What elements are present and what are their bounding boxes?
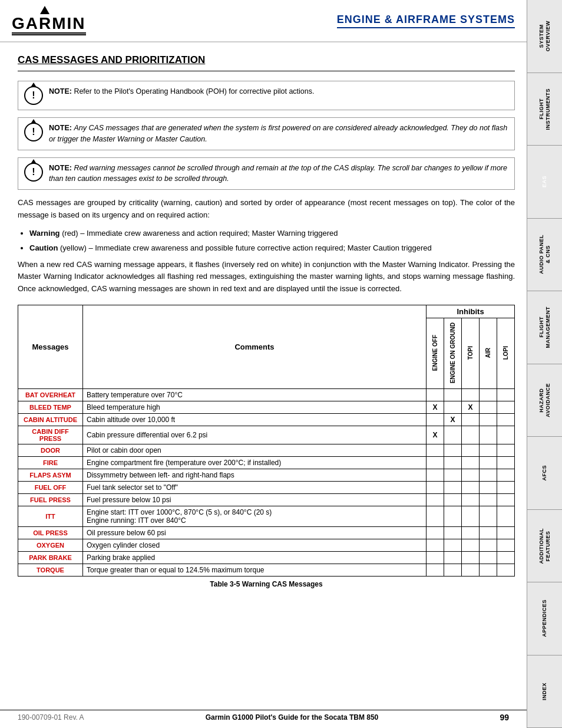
col-header-topi: TOPI: [462, 318, 480, 388]
note-box-3: ! NOTE: Red warning messages cannot be s…: [18, 157, 515, 190]
msg-fuel-press: FUEL PRESS: [18, 494, 83, 506]
col-header-engine-off: ENGINE OFF: [427, 318, 444, 388]
footer-doc-number: 190-00709-01 Rev. A: [18, 713, 84, 722]
bullet-warning-text: – Immediate crew awareness and action re…: [78, 229, 338, 238]
table-row: PARK BRAKE Parking brake applied: [18, 552, 515, 564]
footer-guide-title: Garmin G1000 Pilot's Guide for the Socat…: [206, 713, 379, 722]
msg-park-brake: PARK BRAKE: [18, 552, 83, 564]
bullet-item-warning: Warning (red) – Immediate crew awareness…: [29, 228, 515, 239]
note-content-1: Refer to the Pilot's Operating Handbook …: [74, 87, 314, 95]
msg-torque: TORQUE: [18, 564, 83, 577]
bullet-warning-paren: (red): [60, 229, 78, 238]
note-text-3: NOTE: Red warning messages cannot be scr…: [49, 163, 508, 185]
table-row: OIL PRESS Oil pressure below 60 psi: [18, 527, 515, 539]
bullet-caution-label: Caution: [29, 243, 58, 252]
note-text-1: NOTE: Refer to the Pilot's Operating Han…: [49, 86, 315, 97]
garmin-logo: GARMIN: [12, 6, 86, 35]
comment-oxygen: Oxygen cylinder closed: [83, 539, 427, 552]
msg-oxygen: OXYGEN: [18, 539, 83, 552]
tab-system-overview[interactable]: SYSTEM OVERVIEW: [527, 0, 562, 73]
bullet-caution-text: – Immediate crew awareness and possible …: [87, 243, 432, 252]
table-row: CABIN ALTITUDE Cabin altitude over 10,00…: [18, 414, 515, 426]
msg-cabin-altitude: CABIN ALTITUDE: [18, 414, 83, 426]
comment-fire: Engine compartment fire (temperature ove…: [83, 457, 427, 469]
comment-cabin-diff-press: Cabin pressure differential over 6.2 psi: [83, 426, 427, 444]
note-label-2: NOTE:: [49, 124, 72, 132]
bullet-caution-paren: (yellow): [58, 243, 86, 252]
comment-itt: Engine start: ITT over 1000°C, 870°C (5 …: [83, 506, 427, 527]
section-title: CAS MESSAGES AND PRIORITIZATION: [18, 54, 515, 71]
note-icon-3: !: [24, 163, 43, 182]
comment-door: Pilot or cabin door open: [83, 444, 427, 457]
col-header-messages: Messages: [18, 305, 83, 388]
main-content: CAS MESSAGES AND PRIORITIZATION ! NOTE: …: [0, 42, 562, 605]
comment-bleed-temp: Bleed temperature high: [83, 401, 427, 414]
table-row: CABIN DIFF PRESS Cabin pressure differen…: [18, 426, 515, 444]
msg-flaps-asym: FLAPS ASYM: [18, 469, 83, 482]
note-content-3: Red warning messages cannot be scrolled …: [49, 164, 507, 183]
comment-fuel-off: Fuel tank selector set to "Off": [83, 482, 427, 494]
page-header: GARMIN ENGINE & AIRFRAME SYSTEMS: [0, 0, 562, 42]
tab-flight-management[interactable]: FLIGHT MANAGEMENT: [527, 291, 562, 364]
note-icon-1: !: [24, 86, 43, 105]
tab-afcs[interactable]: AFCS: [527, 437, 562, 510]
garmin-wordmark: GARMIN: [12, 15, 86, 32]
note-box-1: ! NOTE: Refer to the Pilot's Operating H…: [18, 81, 515, 110]
col-header-air: AIR: [480, 318, 497, 388]
note-icon-2: !: [24, 123, 43, 141]
table-row: BLEED TEMP Bleed temperature high X X: [18, 401, 515, 414]
tab-hazard-avoidance[interactable]: HAZARD AVOIDANCE: [527, 364, 562, 437]
table-row: BAT OVERHEAT Battery temperature over 70…: [18, 389, 515, 401]
msg-oil-press: OIL PRESS: [18, 527, 83, 539]
msg-bat-overheat: BAT OVERHEAT: [18, 389, 83, 401]
comment-bat-overheat: Battery temperature over 70°C: [83, 389, 427, 401]
tab-additional-features[interactable]: ADDITIONAL FEATURES: [527, 510, 562, 583]
tab-eas[interactable]: EAS: [527, 146, 562, 219]
body-paragraph-1: CAS messages are grouped by criticality …: [18, 197, 515, 222]
msg-door: DOOR: [18, 444, 83, 457]
right-sidebar: SYSTEM OVERVIEW FLIGHT INSTRUMENTS EAS A…: [527, 0, 562, 728]
table-row: OXYGEN Oxygen cylinder closed: [18, 539, 515, 552]
table-row: FIRE Engine compartment fire (temperatur…: [18, 457, 515, 469]
page-title: ENGINE & AIRFRAME SYSTEMS: [337, 14, 515, 28]
col-header-lopi: LOPI: [497, 318, 515, 388]
page-footer: 190-00709-01 Rev. A Garmin G1000 Pilot's…: [0, 710, 527, 722]
bullet-list: Warning (red) – Immediate crew awareness…: [29, 228, 515, 254]
col-header-engine-on: ENGINE ON GROUND: [444, 318, 462, 388]
bullet-item-caution: Caution (yellow) – Immediate crew awaren…: [29, 242, 515, 254]
msg-fuel-off: FUEL OFF: [18, 482, 83, 494]
footer-page-number: 99: [500, 713, 509, 722]
inhibits-header: Inhibits: [427, 305, 515, 318]
cas-messages-table: Messages Comments Inhibits ENGINE OFF EN…: [18, 305, 515, 577]
cas-table-container: Messages Comments Inhibits ENGINE OFF EN…: [18, 305, 515, 588]
tab-appendices[interactable]: APPENDICES: [527, 582, 562, 655]
bullet-warning-label: Warning: [29, 229, 60, 238]
comment-fuel-press: Fuel pressure below 10 psi: [83, 494, 427, 506]
body-paragraph-2: When a new red CAS warning message appea…: [18, 259, 515, 295]
msg-fire: FIRE: [18, 457, 83, 469]
comment-cabin-altitude: Cabin altitude over 10,000 ft: [83, 414, 427, 426]
table-row: DOOR Pilot or cabin door open: [18, 444, 515, 457]
note-label-3: NOTE:: [49, 164, 72, 172]
note-box-2: ! NOTE: Any CAS messages that are genera…: [18, 117, 515, 150]
table-row: FUEL OFF Fuel tank selector set to "Off": [18, 482, 515, 494]
note-content-2: Any CAS messages that are generated when…: [49, 124, 507, 143]
col-header-comments: Comments: [83, 305, 427, 388]
comment-flaps-asym: Dissymmetry between left- and right-hand…: [83, 469, 427, 482]
table-row: TORQUE Torque greater than or equal to 1…: [18, 564, 515, 577]
note-text-2: NOTE: Any CAS messages that are generate…: [49, 123, 508, 145]
comment-oil-press: Oil pressure below 60 psi: [83, 527, 427, 539]
tab-audio-panel[interactable]: AUDIO PANEL & CNS: [527, 219, 562, 292]
table-row: FLAPS ASYM Dissymmetry between left- and…: [18, 469, 515, 482]
tab-flight-instruments[interactable]: FLIGHT INSTRUMENTS: [527, 73, 562, 146]
note-label-1: NOTE:: [49, 87, 72, 95]
table-row: FUEL PRESS Fuel pressure below 10 psi: [18, 494, 515, 506]
table-caption: Table 3-5 Warning CAS Messages: [18, 580, 515, 588]
garmin-triangle-icon: [40, 6, 49, 14]
msg-itt: ITT: [18, 506, 83, 527]
msg-bleed-temp: BLEED TEMP: [18, 401, 83, 414]
comment-torque: Torque greater than or equal to 124.5% m…: [83, 564, 427, 577]
tab-index[interactable]: INDEX: [527, 655, 562, 729]
msg-cabin-diff-press: CABIN DIFF PRESS: [18, 426, 83, 444]
comment-park-brake: Parking brake applied: [83, 552, 427, 564]
